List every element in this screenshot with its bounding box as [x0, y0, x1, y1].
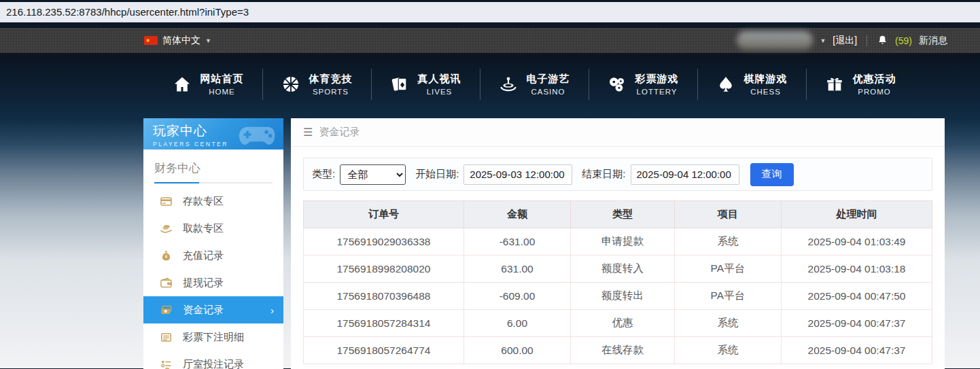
- cell-type: 额度转入: [571, 256, 675, 283]
- sidebar-item-hall-bet-records[interactable]: 厅室投注记录›: [143, 351, 283, 369]
- china-flag-icon: ★: [144, 36, 158, 45]
- home-icon: [173, 75, 192, 94]
- sidebar-item-label: 存款专区: [183, 195, 224, 208]
- nav-lottery-en: LOTTERY: [635, 88, 679, 96]
- wallet-icon: [160, 277, 173, 289]
- table-row: 1756918998208020 631.00 额度转入 PA平台 2025-0…: [304, 256, 932, 283]
- chevron-down-icon: ▼: [205, 37, 211, 44]
- browser-address-bar[interactable]: 216.118.235.52:8783/hhcp/usercenter.html…: [0, 2, 980, 22]
- sidebar-item-label: 取款专区: [183, 222, 224, 235]
- sidebar-item-recharge-records[interactable]: ¥ 充值记录›: [143, 242, 283, 269]
- col-order-no: 订单号: [304, 201, 464, 228]
- nav-sports-zh: 体育竞技: [309, 73, 353, 86]
- cell-amount: -609.00: [463, 283, 570, 310]
- nav-chess-en: CHESS: [744, 88, 788, 96]
- nav-promo-en: PROMO: [853, 88, 896, 96]
- cell-amount: -631.00: [463, 228, 570, 256]
- cell-amount: 6.00: [463, 310, 570, 337]
- table-row: 1756918057264774 600.00 在线存款 系统 2025-09-…: [304, 337, 932, 364]
- search-button[interactable]: 查询: [750, 163, 794, 186]
- gamepad-watermark-icon: [239, 122, 277, 147]
- money-bag-icon: ¥: [160, 249, 173, 262]
- sidebar-item-label: 资金记录: [183, 304, 224, 317]
- table-row: 1756919029036338 -631.00 申请提款 系统 2025-09…: [304, 228, 932, 256]
- nav-item-chess[interactable]: 棋牌游戏 CHESS: [698, 73, 806, 96]
- cell-type: 在线存款: [571, 337, 675, 364]
- svg-text:¥: ¥: [165, 254, 168, 259]
- end-date-input[interactable]: [631, 164, 739, 185]
- new-messages-link[interactable]: 新消息: [919, 35, 947, 47]
- cell-amount: 631.00: [463, 256, 570, 283]
- col-project: 项目: [674, 201, 781, 228]
- username-redacted[interactable]: [737, 31, 813, 50]
- message-count-badge[interactable]: (59): [895, 35, 912, 46]
- language-selector[interactable]: ★ 简体中文 ▼: [144, 35, 211, 47]
- main-nav: 网站首页 HOME 体育竞技 SPORTS 真人视讯 LI: [0, 53, 980, 116]
- language-label: 简体中文: [162, 35, 200, 47]
- nav-casino-en: CASINO: [527, 88, 570, 96]
- nav-item-lottery[interactable]: 彩票游戏 LOTTERY: [589, 73, 697, 96]
- nav-lives-en: LIVES: [418, 88, 461, 96]
- cell-process-time: 2025-09-04 00:47:37: [782, 310, 932, 337]
- col-amount: 金额: [463, 201, 570, 228]
- nav-home-zh: 网站首页: [200, 73, 244, 86]
- nav-item-lives[interactable]: 真人视讯 LIVES: [372, 73, 480, 96]
- cell-order-no: 1756918057264774: [304, 337, 464, 364]
- deposit-card-icon: [160, 195, 173, 208]
- document-icon: [160, 331, 173, 344]
- cell-order-no: 1756918998208020: [304, 256, 464, 283]
- breadcrumb: ☰ 资金记录: [291, 118, 945, 147]
- nav-item-promo[interactable]: 优惠活动 PROMO: [807, 73, 915, 96]
- cell-type: 额度转出: [571, 283, 675, 310]
- nav-home-en: HOME: [200, 88, 244, 96]
- table-header-row: 订单号 金额 类型 项目 处理时间: [304, 201, 932, 228]
- list-icon: [160, 358, 173, 369]
- gift-icon: [825, 75, 844, 94]
- sidebar-item-withdraw-zone[interactable]: 取款专区›: [143, 215, 283, 242]
- type-select[interactable]: 全部: [340, 164, 406, 185]
- start-date-input[interactable]: [463, 164, 572, 185]
- basketball-icon: [281, 75, 300, 94]
- roulette-icon: [499, 75, 518, 94]
- cell-project: 系统: [674, 337, 781, 364]
- divider: [867, 35, 867, 46]
- nav-item-sports[interactable]: 体育竞技 SPORTS: [263, 73, 371, 96]
- sidebar: 玩家中心 PLAYERS CENTER 财务中心 存款专区› 取款专区›: [143, 118, 283, 369]
- nav-item-casino[interactable]: 电子游艺 CASINO: [480, 73, 589, 96]
- main-panel: ☰ 资金记录 类型: 全部 开始日期: 结束日期: 查询 订单号: [291, 118, 945, 369]
- user-chevron-down-icon[interactable]: ▼: [820, 37, 826, 44]
- sidebar-item-lottery-bet-details[interactable]: 彩票下注明细›: [143, 323, 283, 351]
- nav-chess-zh: 棋牌游戏: [744, 73, 788, 86]
- sidebar-item-deposit-zone[interactable]: 存款专区›: [143, 188, 283, 215]
- col-type: 类型: [571, 201, 675, 228]
- page-url[interactable]: 216.118.235.52:8783/hhcp/usercenter.html…: [6, 6, 249, 18]
- col-process-time: 处理时间: [782, 201, 932, 228]
- cell-project: 系统: [674, 228, 781, 256]
- section-underline: [154, 182, 273, 183]
- nav-item-home[interactable]: 网站首页 HOME: [154, 73, 262, 96]
- sidebar-item-label: 彩票下注明细: [183, 331, 244, 344]
- nav-lives-zh: 真人视讯: [418, 73, 461, 86]
- nav-casino-zh: 电子游艺: [527, 73, 570, 86]
- cell-order-no: 1756919029036338: [304, 228, 464, 256]
- type-label: 类型:: [312, 168, 335, 181]
- start-date-label: 开始日期:: [415, 168, 459, 181]
- bell-icon[interactable]: [877, 35, 888, 46]
- cell-project: PA平台: [674, 283, 781, 310]
- cell-process-time: 2025-09-04 00:47:50: [782, 283, 932, 310]
- cell-project: 系统: [674, 310, 781, 337]
- logout-link[interactable]: [退出]: [833, 35, 857, 47]
- cell-project: PA平台: [674, 256, 781, 283]
- cell-type: 申请提款: [571, 228, 675, 256]
- table-row: 1756918070396488 -609.00 额度转出 PA平台 2025-…: [304, 283, 932, 310]
- nav-lottery-zh: 彩票游戏: [635, 73, 679, 86]
- filter-bar: 类型: 全部 开始日期: 结束日期: 查询: [303, 158, 932, 191]
- playing-cards-icon: [390, 75, 409, 94]
- sidebar-item-funds-records[interactable]: 资金记录›: [143, 296, 283, 323]
- spade-icon: [716, 75, 735, 94]
- sidebar-item-withdrawal-records[interactable]: 提现记录›: [143, 269, 283, 296]
- hamburger-icon: ☰: [303, 126, 313, 139]
- cell-type: 优惠: [571, 310, 675, 337]
- breadcrumb-title: 资金记录: [319, 126, 360, 139]
- cell-process-time: 2025-09-04 00:47:37: [782, 337, 932, 364]
